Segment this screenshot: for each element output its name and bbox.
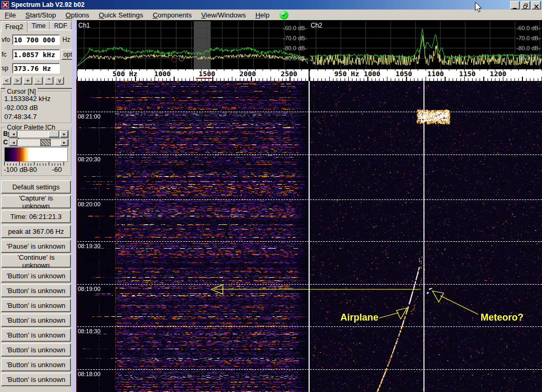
palette-gradient-bar[interactable] [4,147,68,162]
time-line-4: 08:19:00 [77,284,542,285]
macro-button-11[interactable]: 'Button' is unknown [1,343,71,357]
time-line-3: 08:19:30 [77,241,542,242]
minimize-button[interactable] [510,1,520,10]
macro-button-7[interactable]: 'Button' is unknown [1,284,71,297]
menu-item-options[interactable]: Options [61,10,94,20]
ch2-freq-tick-2: 1050 [395,70,412,78]
ch2-freq-tick-0: 950 Hz [335,70,359,78]
tuning-button-row: <>+-^v [2,77,64,85]
tune-button-0[interactable]: < [2,77,11,85]
fc-input[interactable] [12,49,60,60]
time-label-5: 08:18:30 [78,328,101,334]
ch2-label: Ch2 [311,22,322,29]
menu-item-view-windows[interactable]: View/Windows [196,10,250,20]
tune-button-1[interactable]: > [13,77,22,85]
ch2-db-label-1: -70.0 dB- [517,35,540,41]
app-icon-glyph [2,2,8,8]
cursor-group-title: Cursor [N] [5,88,38,95]
sp-label: sp [2,65,12,72]
close-button[interactable] [531,1,541,10]
ch1-freq-tick-3: 2000 [239,70,256,78]
menu-item-quick-settings[interactable]: Quick Settings [94,10,148,20]
contrast-right-arrow[interactable]: ► [60,139,68,146]
macro-button-6[interactable]: 'Button' is unknown [1,269,71,282]
ch2-spectrum-canvas[interactable] [310,21,542,69]
palette-scale-min: -100 dB [4,166,28,174]
macro-button-3[interactable]: peak at 367.06 Hz [1,225,71,238]
ch1-db-label-1: -70.0 dB- [283,35,307,41]
brightness-scrollbar[interactable]: ◄ ► [9,130,69,138]
vfo-input[interactable] [12,34,60,45]
vfo-label: vfo [2,36,12,43]
ch2-frequency-scale[interactable]: 950 Hz10001050110011501200 [310,69,542,81]
contrast-left-arrow[interactable]: ◄ [10,139,17,146]
check-icon [282,13,286,17]
ch2-waterfall-canvas[interactable] [310,81,542,392]
window-title: Spectrum Lab V2.92 b02 [11,1,85,8]
ch2-freq-tick-1: 1000 [364,70,380,78]
menu-item-components[interactable]: Components [148,10,196,20]
ch1-waterfall-canvas[interactable] [77,81,309,392]
ch1-spectrum-canvas[interactable] [77,21,309,69]
ch1-db-label-3: -90.0 dB- [283,55,307,61]
macro-button-0[interactable]: Default settings [1,180,71,194]
ch1-frequency-scale[interactable]: 500 Hz1000150020002500 [77,69,309,81]
contrast-thumb[interactable] [40,139,51,146]
app-icon[interactable] [2,1,9,8]
macro-button-5[interactable]: 'Continue' is unknown [1,254,71,268]
cursor-time-readout: 07:48:34.7 [4,113,71,121]
time-label-4: 08:19:00 [78,286,101,292]
tab-freq2[interactable]: Freq2 [1,21,28,32]
contrast-label: C [3,139,9,146]
palette-scale-mid: -80 [27,166,37,174]
macro-button-2[interactable]: Time: 06:21:21.3 [1,210,71,223]
tune-button-4[interactable]: ^ [44,77,53,85]
palette-ruler [4,162,67,166]
time-label-3: 08:19:30 [78,243,101,249]
cursor-readout-group: Cursor [N] 1.1533842 kHz -92.003 dB 07:4… [1,91,72,124]
macro-button-9[interactable]: 'Button' is unknown [1,314,71,327]
brightness-right-arrow[interactable]: ► [60,131,68,138]
macro-button-1[interactable]: 'Capture' is unknown [1,195,71,208]
macro-button-13[interactable]: 'Button' is unknown [1,373,71,386]
menu-item-start-stop[interactable]: Start/Stop [21,10,61,20]
menu-item-help[interactable]: Help [250,10,274,20]
restore-button[interactable] [521,1,530,10]
cursor-level-readout: -92.003 dB [4,104,71,112]
brightness-label: B [3,130,9,138]
brightness-left-arrow[interactable]: ◄ [10,131,17,138]
sp-input[interactable] [12,63,60,74]
close-icon [534,4,539,9]
ch1-db-label-0: -60.0 dB- [283,25,307,31]
ch2-freq-tick-3: 1100 [427,70,444,78]
macro-button-4[interactable]: 'Pause' is unknown [1,240,71,253]
menu-item-file[interactable]: File [0,10,21,20]
time-line-1: 08:20:30 [77,154,542,155]
app-window: Spectrum Lab V2.92 b02 FileStart/StopOpt… [0,0,542,392]
waterfall-divider[interactable] [309,81,310,392]
tune-button-2[interactable]: + [23,77,32,85]
ch1-freq-tick-2: 1500 [198,70,215,78]
time-line-6: 08:18:00 [77,369,542,370]
time-label-2: 08:20:00 [78,201,101,207]
brightness-thumb[interactable] [49,131,59,138]
cursor-frequency-readout: 1.1533842 kHz [4,95,71,103]
macro-button-12[interactable]: 'Button' is unknown [1,358,71,371]
ch1-freq-tick-4: 2500 [281,70,297,78]
title-bar[interactable]: Spectrum Lab V2.92 b02 [0,0,542,10]
contrast-scrollbar[interactable]: ◄ ► [9,139,69,147]
ch1-cursor-mark [196,78,212,79]
ch1-label: Ch1 [78,22,90,29]
macro-button-8[interactable]: 'Button' is unknown [1,299,71,312]
menu-bar: FileStart/StopOptionsQuick SettingsCompo… [0,10,542,21]
programmable-button-stack: Default settings'Capture' is unknownTime… [1,180,71,386]
time-line-5: 08:18:30 [77,326,542,327]
macro-button-10[interactable]: 'Button' is unknown [1,329,71,342]
time-label-1: 08:20:30 [78,156,101,162]
color-palette-group: Color Palette [Ch 1+2] B ◄ ► C ◄ ► -100 … [1,127,72,177]
tune-button-5[interactable]: v [55,77,64,85]
time-line-0: 08:21:00 [77,112,542,112]
vfo-unit-label: Hz [62,36,70,43]
tune-button-3[interactable]: - [34,77,43,85]
ch2-freq-tick-5: 1200 [490,70,506,78]
